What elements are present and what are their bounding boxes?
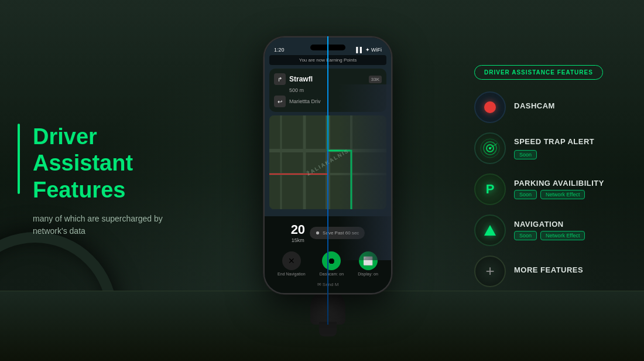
navigation-icon-wrap: [474, 214, 506, 246]
speed-unit: 15km: [291, 237, 305, 243]
speed-row: 20 15km ⏺ Save Past 60 sec: [270, 222, 385, 243]
parking-text: PARKING AVAILIBILITY Soon Network Effect: [514, 179, 632, 199]
send-icon: ✉: [317, 282, 323, 287]
speed-number: 20: [291, 222, 305, 237]
more-icon-wrap: +: [474, 256, 506, 287]
display-icon: ⬜: [359, 251, 378, 270]
speed-trap-svg: [478, 137, 502, 160]
accent-bar: [18, 124, 20, 194]
more-text: MORE FEATURES: [514, 265, 632, 277]
speed-trap-name: SPEED TRAP ALERT: [514, 137, 632, 146]
feature-item-more: + MORE FEATURES: [474, 256, 632, 287]
parking-icon-wrap: P: [474, 173, 506, 205]
secondary-street: Mariettta Driv: [289, 98, 321, 104]
end-nav-icon: ✕: [282, 251, 301, 270]
display-button[interactable]: ⬜ Display: on: [358, 251, 378, 276]
dashcam-icon-wrap: [474, 91, 506, 123]
page-subtitle: many of which are supercharged by networ…: [23, 213, 164, 237]
more-name: MORE FEATURES: [514, 265, 632, 274]
navigation-text: NAVIGATION Soon Network Effect: [514, 220, 632, 240]
end-nav-button[interactable]: ✕ End Navigation: [278, 251, 305, 276]
nav-direction: ↱ Strawfl 33K: [274, 73, 382, 85]
distance-badge: 33K: [369, 76, 382, 83]
parking-network-badge: Network Effect: [540, 190, 585, 199]
speed-trap-text: SPEED TRAP ALERT Soon: [514, 137, 632, 159]
nav-secondary: ↩ Mariettta Driv: [274, 96, 382, 107]
page-title: Driver Assistant Features: [23, 124, 170, 204]
action-buttons: ✕ End Navigation ⏺ Dashcam: on ⬜ Display…: [270, 248, 385, 280]
dashcam-red-dot: [484, 101, 496, 113]
features-header: DRIVER ASSISTANCE FEATURES: [474, 65, 603, 80]
distance-text: 500 m: [274, 87, 382, 93]
navigation-network-badge: Network Effect: [540, 231, 585, 240]
time-display: 1:20: [274, 47, 285, 53]
street-name: Strawfl: [289, 75, 365, 83]
speed-trap-soon-badge: Soon: [514, 150, 537, 159]
map-area: ŽALIAKALNIS: [269, 115, 386, 209]
bottom-controls: 20 15km ⏺ Save Past 60 sec ✕ End: [265, 216, 391, 293]
phone-stand: [310, 290, 345, 325]
feature-item-speed-trap: SPEED TRAP ALERT Soon: [474, 132, 632, 164]
dashcam-text: DASHCAM: [514, 101, 632, 113]
dynamic-island: [310, 45, 345, 50]
parking-soon-badge: Soon: [514, 190, 537, 199]
send-row: ✉ Send M: [270, 280, 385, 287]
dashcam-button[interactable]: ⏺ Dashcam: on: [320, 251, 344, 276]
left-section: Driver Assistant Features many of which …: [0, 100, 187, 261]
speed-icon-wrap: [474, 132, 506, 164]
dashcam-icon: ⏺: [322, 251, 341, 270]
signal-icons: ▌▌ ✦ WiFi: [356, 47, 382, 53]
secondary-arrow-icon: ↩: [274, 96, 286, 107]
parking-name: PARKING AVAILIBILITY: [514, 179, 632, 188]
dashcam-name: DASHCAM: [514, 101, 632, 110]
feature-item-parking: P PARKING AVAILIBILITY Soon Network Effe…: [474, 173, 632, 205]
main-content: Driver Assistant Features many of which …: [0, 0, 644, 361]
phone-section: 1:20 ▌▌ ✦ WiFi You are now Earning Point…: [187, 0, 468, 361]
nav-card: ↱ Strawfl 33K 500 m ↩ Mariettta Driv: [269, 69, 386, 112]
navigation-soon-badge: Soon: [514, 231, 537, 240]
phone-frame: 1:20 ▌▌ ✦ WiFi You are now Earning Point…: [263, 36, 392, 294]
save-button[interactable]: ⏺ Save Past 60 sec: [310, 227, 365, 239]
save-icon: ⏺: [316, 230, 320, 236]
right-section: DRIVER ASSISTANCE FEATURES DASHCAM: [468, 53, 644, 308]
phone-screen: 1:20 ▌▌ ✦ WiFi You are now Earning Point…: [265, 38, 391, 293]
navigation-arrow-icon: [484, 225, 496, 236]
feature-item-dashcam: DASHCAM: [474, 91, 632, 123]
more-plus-icon: +: [485, 262, 494, 280]
navigation-name: NAVIGATION: [514, 220, 632, 229]
turn-arrow-icon: ↱: [274, 73, 286, 85]
points-text: You are now Earning Points: [299, 57, 357, 63]
speed-display: 20 15km: [291, 222, 305, 243]
parking-letter: P: [486, 182, 495, 197]
phone-mount: 1:20 ▌▌ ✦ WiFi You are now Earning Point…: [263, 36, 392, 325]
feature-item-navigation: NAVIGATION Soon Network Effect: [474, 214, 632, 246]
points-banner: You are now Earning Points: [269, 55, 386, 65]
